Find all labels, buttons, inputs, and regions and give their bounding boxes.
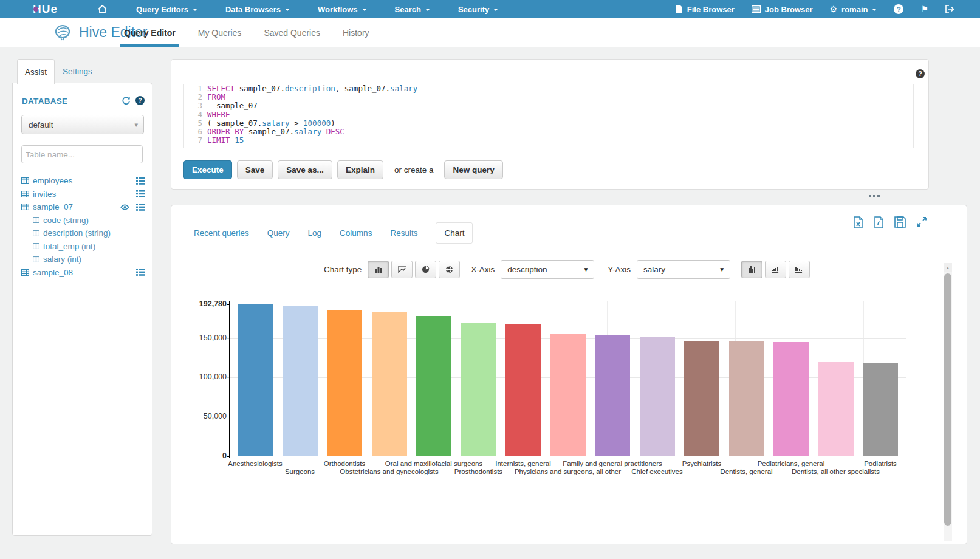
table-filter-input[interactable]: [21, 145, 143, 163]
panel-resize-handle[interactable]: [869, 195, 880, 197]
menu-workflows[interactable]: Workflows: [318, 5, 367, 14]
hive-logo-icon: [53, 24, 72, 41]
column-name: code (string): [43, 216, 89, 225]
save-button[interactable]: Save: [237, 160, 273, 179]
assist-panel: DATABASE default employeesinvitessample_…: [12, 83, 152, 536]
column-row[interactable]: total_emp (int): [21, 240, 147, 253]
explain-button[interactable]: Explain: [337, 160, 383, 179]
menu-query-editors[interactable]: Query Editors: [136, 5, 197, 14]
code-line: 6ORDER BY sample_07.salary DESC: [184, 128, 913, 136]
database-help-icon[interactable]: [135, 96, 145, 105]
table-row[interactable]: sample_07: [21, 201, 147, 214]
chevron-down-icon: [493, 9, 498, 11]
menu-data-browsers[interactable]: Data Browsers: [225, 5, 290, 14]
line-number: 2: [184, 93, 207, 101]
help-icon[interactable]: [894, 4, 903, 14]
table-menu-icon[interactable]: [136, 269, 145, 276]
editor-help-icon[interactable]: [916, 69, 925, 78]
scrollbar-up-arrow[interactable]: [944, 263, 952, 272]
code-line: 3 sample_07: [184, 101, 913, 110]
column-row[interactable]: description (string): [21, 227, 147, 240]
x-axis-category-label: Dentists, all other specialists: [769, 468, 903, 475]
y-axis-line: [229, 301, 230, 458]
editor-actions: Execute Save Save as... Explain or creat…: [183, 160, 503, 179]
scrollbar-thumb[interactable]: [944, 273, 951, 526]
menu-label: Workflows: [318, 5, 358, 14]
chevron-down-icon: [872, 9, 877, 11]
column-icon: [33, 230, 39, 236]
home-icon[interactable]: [98, 5, 107, 13]
bar[interactable]: [640, 337, 675, 456]
table-row[interactable]: employees: [21, 174, 147, 188]
menu-security[interactable]: Security: [458, 5, 498, 14]
list-icon: [752, 5, 761, 13]
y-axis-tick-label: 150,000: [171, 334, 227, 342]
bar[interactable]: [372, 312, 407, 456]
main-menus: Query Editors Data Browsers Workflows Se…: [136, 5, 498, 14]
execute-button[interactable]: Execute: [183, 160, 232, 179]
line-number: 6: [184, 128, 207, 136]
hue-logo[interactable]: HUe: [33, 2, 58, 16]
column-row[interactable]: code (string): [21, 214, 147, 227]
bar[interactable]: [550, 334, 586, 456]
bar[interactable]: [283, 306, 318, 456]
tab-query-editor[interactable]: Query Editor: [123, 18, 177, 47]
chevron-down-icon: [193, 9, 197, 11]
bar[interactable]: [505, 324, 541, 456]
code-line: 1SELECT sample_07.description, sample_07…: [184, 84, 913, 93]
table-icon: [21, 191, 29, 197]
tab-assist[interactable]: Assist: [17, 59, 55, 84]
bar[interactable]: [773, 342, 809, 456]
table-menu-icon[interactable]: [136, 177, 145, 185]
results-scrollbar[interactable]: [944, 263, 952, 541]
file-icon: [676, 5, 683, 13]
tab-saved-queries[interactable]: Saved Queries: [262, 18, 321, 47]
y-axis-tick-label: 192,780: [171, 300, 227, 308]
code-text: WHERE: [207, 111, 230, 119]
bar[interactable]: [327, 310, 362, 456]
chevron-down-icon: [285, 9, 290, 11]
sql-code-editor[interactable]: 1SELECT sample_07.description, sample_07…: [183, 84, 914, 148]
column-name: description (string): [43, 228, 111, 238]
job-browser-link[interactable]: Job Browser: [752, 5, 813, 14]
chevron-down-icon: [134, 121, 138, 129]
preview-eye-icon[interactable]: [120, 204, 129, 210]
menu-label: Query Editors: [136, 5, 188, 14]
code-text: sample_07: [207, 101, 258, 110]
flag-icon[interactable]: [920, 4, 928, 14]
file-browser-link[interactable]: File Browser: [676, 5, 735, 14]
table-menu-icon[interactable]: [136, 204, 145, 211]
bar[interactable]: [416, 316, 451, 456]
line-number: 4: [184, 111, 207, 119]
column-row[interactable]: salary (int): [21, 253, 147, 266]
bar[interactable]: [818, 362, 854, 456]
table-icon: [21, 269, 29, 276]
bar[interactable]: [595, 335, 630, 456]
bar[interactable]: [863, 363, 898, 456]
query-editor-panel: 1SELECT sample_07.description, sample_07…: [171, 59, 929, 190]
bar[interactable]: [461, 323, 496, 456]
database-select[interactable]: default: [21, 115, 144, 134]
table-row[interactable]: sample_08: [21, 266, 147, 280]
file-browser-label: File Browser: [687, 5, 735, 14]
menu-search[interactable]: Search: [395, 5, 430, 14]
tab-my-queries[interactable]: My Queries: [197, 18, 243, 47]
table-name: employees: [33, 176, 72, 185]
tab-settings[interactable]: Settings: [63, 59, 92, 83]
bar[interactable]: [238, 304, 273, 456]
line-number: 1: [184, 84, 207, 93]
code-text: LIMIT 15: [207, 136, 244, 145]
hue-logo-dot: [33, 7, 38, 12]
table-row[interactable]: invites: [21, 188, 147, 201]
column-name: salary (int): [43, 255, 81, 264]
bar[interactable]: [729, 341, 764, 456]
new-query-button[interactable]: New query: [444, 160, 502, 179]
refresh-icon[interactable]: [122, 96, 131, 105]
code-line: 7LIMIT 15: [184, 136, 913, 145]
user-menu[interactable]: romain: [830, 4, 877, 14]
save-as-button[interactable]: Save as...: [278, 160, 332, 179]
table-menu-icon[interactable]: [136, 190, 145, 197]
bar[interactable]: [684, 341, 719, 457]
sign-out-icon[interactable]: [945, 5, 954, 13]
tab-history[interactable]: History: [341, 18, 371, 47]
